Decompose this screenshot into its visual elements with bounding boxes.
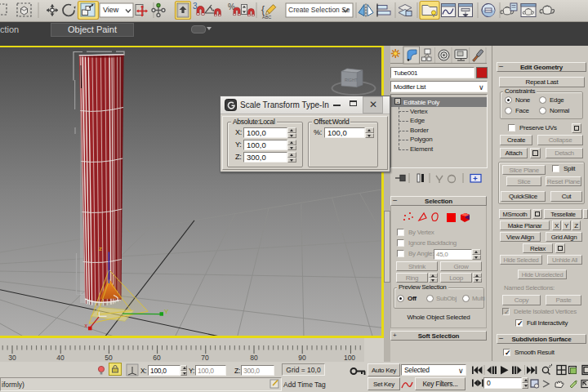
- svg-text:40: 40: [56, 354, 65, 362]
- svg-text:Create Selection Se: Create Selection Se: [288, 6, 350, 14]
- svg-text:Y: Y: [164, 308, 169, 315]
- svg-text:30: 30: [8, 354, 16, 362]
- svg-text:View: View: [103, 6, 119, 14]
- svg-text:x: x: [85, 323, 88, 328]
- svg-text:50: 50: [105, 354, 113, 362]
- svg-text:100: 100: [344, 354, 355, 362]
- svg-text:80: 80: [250, 354, 258, 362]
- svg-text:{: {: [261, 4, 265, 16]
- svg-text:70: 70: [201, 354, 209, 362]
- svg-text:60: 60: [153, 354, 161, 362]
- svg-text:ABC: ABC: [262, 15, 271, 20]
- svg-text:90: 90: [298, 354, 306, 362]
- svg-text:z: z: [99, 245, 102, 252]
- svg-text:RIGHT: RIGHT: [345, 78, 358, 82]
